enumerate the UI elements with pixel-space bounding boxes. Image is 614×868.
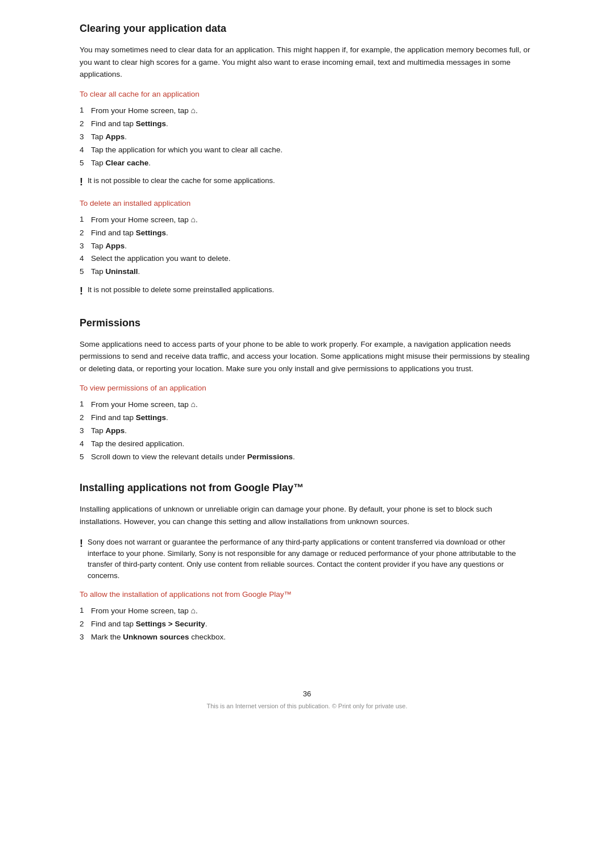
section-clearing-data: Clearing your application data You may s… — [80, 23, 534, 299]
home-icon: ⌂ — [191, 106, 196, 115]
note-block-clear-cache: ! It is not possible to clear the cache … — [80, 175, 534, 189]
section-intro-installing: Installing applications of unknown or un… — [80, 503, 534, 528]
list-item: 3Tap Apps. — [80, 131, 534, 144]
subsection-allow-unknown: To allow the installation of application… — [80, 590, 534, 644]
note-text: Sony does not warrant or guarantee the p… — [88, 537, 534, 581]
section-title-clearing: Clearing your application data — [80, 23, 534, 37]
list-item: 3Tap Apps. — [80, 240, 534, 253]
section-intro-permissions: Some applications need to access parts o… — [80, 338, 534, 375]
steps-list-allow-unknown: 1From your Home screen, tap ⌂. 2Find and… — [80, 604, 534, 644]
note-icon: ! — [80, 284, 83, 298]
home-icon: ⌂ — [191, 215, 196, 224]
note-block-installing: ! Sony does not warrant or guarantee the… — [80, 537, 534, 581]
note-icon: ! — [80, 537, 83, 551]
subsection-clear-cache: To clear all cache for an application 1F… — [80, 90, 534, 190]
note-text: It is not possible to delete some preins… — [88, 284, 274, 296]
list-item: 4Select the application you want to dele… — [80, 252, 534, 265]
steps-list-view-permissions: 1From your Home screen, tap ⌂. 2Find and… — [80, 398, 534, 464]
list-item: 1From your Home screen, tap ⌂. — [80, 398, 534, 412]
list-item: 2Find and tap Settings. — [80, 412, 534, 425]
list-item: 1From your Home screen, tap ⌂. — [80, 104, 534, 118]
list-item: 5Scroll down to view the relevant detail… — [80, 451, 534, 464]
list-item: 1From your Home screen, tap ⌂. — [80, 213, 534, 227]
subsection-title-allow-unknown: To allow the installation of application… — [80, 590, 534, 599]
subsection-title-delete-app: To delete an installed application — [80, 199, 534, 207]
note-icon: ! — [80, 175, 83, 189]
subsection-view-permissions: To view permissions of an application 1F… — [80, 384, 534, 464]
steps-list-clear-cache: 1From your Home screen, tap ⌂. 2Find and… — [80, 104, 534, 170]
section-title-installing: Installing applications not from Google … — [80, 482, 534, 496]
list-item: 5Tap Clear cache. — [80, 157, 534, 170]
list-item: 4Tap the desired application. — [80, 438, 534, 451]
list-item: 4Tap the application for which you want … — [80, 144, 534, 157]
section-installing-unknown: Installing applications not from Google … — [80, 482, 534, 644]
subsection-delete-app: To delete an installed application 1From… — [80, 199, 534, 299]
note-text: It is not possible to clear the cache fo… — [88, 175, 275, 186]
section-title-permissions: Permissions — [80, 317, 534, 331]
list-item: 3Mark the Unknown sources checkbox. — [80, 631, 534, 644]
footer-text: This is an Internet version of this publ… — [80, 703, 534, 709]
list-item: 2Find and tap Settings. — [80, 227, 534, 240]
list-item: 2Find and tap Settings. — [80, 118, 534, 131]
page-footer: 36 This is an Internet version of this p… — [80, 678, 534, 709]
page: Clearing your application data You may s… — [0, 0, 614, 868]
page-number: 36 — [80, 690, 534, 698]
subsection-title-clear-cache: To clear all cache for an application — [80, 90, 534, 98]
subsection-title-view-permissions: To view permissions of an application — [80, 384, 534, 392]
home-icon: ⌂ — [191, 400, 196, 409]
list-item: 3Tap Apps. — [80, 425, 534, 438]
section-intro-clearing: You may sometimes need to clear data for… — [80, 44, 534, 81]
list-item: 5Tap Uninstall. — [80, 265, 534, 279]
section-permissions: Permissions Some applications need to ac… — [80, 317, 534, 464]
note-block-delete-app: ! It is not possible to delete some prei… — [80, 284, 534, 298]
list-item: 1From your Home screen, tap ⌂. — [80, 604, 534, 618]
steps-list-delete-app: 1From your Home screen, tap ⌂. 2Find and… — [80, 213, 534, 279]
list-item: 2Find and tap Settings > Security. — [80, 618, 534, 631]
home-icon: ⌂ — [191, 606, 196, 615]
